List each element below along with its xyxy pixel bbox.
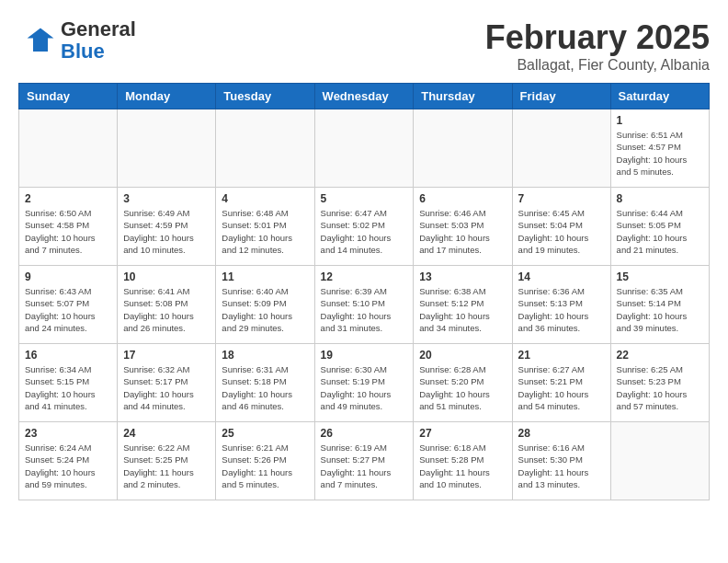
calendar-cell — [314, 109, 414, 188]
calendar-cell: 24Sunrise: 6:22 AM Sunset: 5:25 PM Dayli… — [118, 422, 216, 500]
logo-blue: Blue — [61, 40, 136, 63]
weekday-header-monday: Monday — [118, 84, 216, 109]
calendar-cell: 25Sunrise: 6:21 AM Sunset: 5:26 PM Dayli… — [216, 422, 314, 500]
day-info: Sunrise: 6:49 AM Sunset: 4:59 PM Dayligh… — [123, 207, 210, 256]
calendar-cell: 15Sunrise: 6:35 AM Sunset: 5:14 PM Dayli… — [610, 266, 709, 344]
day-info: Sunrise: 6:24 AM Sunset: 5:24 PM Dayligh… — [25, 442, 111, 490]
day-info: Sunrise: 6:25 AM Sunset: 5:23 PM Dayligh… — [617, 363, 703, 412]
week-row-4: 16Sunrise: 6:34 AM Sunset: 5:15 PM Dayli… — [19, 344, 710, 422]
day-info: Sunrise: 6:31 AM Sunset: 5:18 PM Dayligh… — [222, 363, 308, 412]
day-info: Sunrise: 6:51 AM Sunset: 4:57 PM Dayligh… — [617, 129, 703, 178]
day-number: 7 — [518, 192, 605, 205]
day-info: Sunrise: 6:36 AM Sunset: 5:13 PM Dayligh… — [518, 285, 605, 334]
calendar-cell: 11Sunrise: 6:40 AM Sunset: 5:09 PM Dayli… — [216, 266, 314, 344]
day-info: Sunrise: 6:41 AM Sunset: 5:08 PM Dayligh… — [123, 285, 210, 334]
weekday-header-row: SundayMondayTuesdayWednesdayThursdayFrid… — [19, 84, 710, 109]
day-info: Sunrise: 6:48 AM Sunset: 5:01 PM Dayligh… — [222, 207, 308, 256]
day-number: 18 — [222, 349, 308, 362]
svg-marker-0 — [28, 29, 54, 52]
day-number: 12 — [321, 270, 408, 283]
day-number: 5 — [321, 192, 408, 205]
day-number: 21 — [518, 349, 605, 362]
day-info: Sunrise: 6:38 AM Sunset: 5:12 PM Dayligh… — [419, 285, 506, 334]
calendar-cell: 17Sunrise: 6:32 AM Sunset: 5:17 PM Dayli… — [118, 344, 216, 422]
day-info: Sunrise: 6:32 AM Sunset: 5:17 PM Dayligh… — [123, 363, 210, 412]
calendar-cell: 14Sunrise: 6:36 AM Sunset: 5:13 PM Dayli… — [512, 266, 610, 344]
day-info: Sunrise: 6:45 AM Sunset: 5:04 PM Dayligh… — [518, 207, 605, 256]
day-number: 25 — [222, 427, 308, 440]
day-info: Sunrise: 6:46 AM Sunset: 5:03 PM Dayligh… — [419, 207, 506, 256]
day-number: 14 — [518, 270, 605, 283]
day-number: 9 — [25, 270, 111, 283]
calendar-title: February 2025 — [485, 18, 710, 57]
day-number: 20 — [419, 349, 506, 362]
day-number: 17 — [123, 349, 210, 362]
calendar-cell: 7Sunrise: 6:45 AM Sunset: 5:04 PM Daylig… — [512, 188, 610, 266]
day-number: 3 — [123, 192, 210, 205]
logo-text: General Blue — [61, 18, 136, 63]
day-number: 19 — [321, 349, 408, 362]
title-section: February 2025 Ballagat, Fier County, Alb… — [485, 18, 710, 74]
weekday-header-wednesday: Wednesday — [314, 84, 414, 109]
calendar-cell — [414, 109, 512, 188]
calendar-cell: 1Sunrise: 6:51 AM Sunset: 4:57 PM Daylig… — [610, 109, 709, 188]
day-number: 27 — [419, 427, 506, 440]
weekday-header-sunday: Sunday — [19, 84, 118, 109]
logo-general: General — [61, 18, 136, 40]
day-number: 8 — [617, 192, 703, 205]
day-number: 13 — [419, 270, 506, 283]
calendar-cell: 27Sunrise: 6:18 AM Sunset: 5:28 PM Dayli… — [414, 422, 512, 500]
calendar-cell: 20Sunrise: 6:28 AM Sunset: 5:20 PM Dayli… — [414, 344, 512, 422]
day-number: 24 — [123, 427, 210, 440]
calendar-cell — [118, 109, 216, 188]
day-info: Sunrise: 6:43 AM Sunset: 5:07 PM Dayligh… — [25, 285, 111, 334]
calendar-cell: 8Sunrise: 6:44 AM Sunset: 5:05 PM Daylig… — [610, 188, 709, 266]
calendar-cell: 6Sunrise: 6:46 AM Sunset: 5:03 PM Daylig… — [414, 188, 512, 266]
day-number: 23 — [25, 427, 111, 440]
day-number: 4 — [222, 192, 308, 205]
logo-icon — [18, 22, 55, 59]
calendar-cell: 9Sunrise: 6:43 AM Sunset: 5:07 PM Daylig… — [19, 266, 118, 344]
calendar-cell: 12Sunrise: 6:39 AM Sunset: 5:10 PM Dayli… — [314, 266, 414, 344]
calendar-cell — [19, 109, 118, 188]
day-info: Sunrise: 6:34 AM Sunset: 5:15 PM Dayligh… — [25, 363, 111, 412]
weekday-header-thursday: Thursday — [414, 84, 512, 109]
day-info: Sunrise: 6:28 AM Sunset: 5:20 PM Dayligh… — [419, 363, 506, 412]
calendar-subtitle: Ballagat, Fier County, Albania — [485, 57, 710, 74]
day-info: Sunrise: 6:21 AM Sunset: 5:26 PM Dayligh… — [222, 442, 308, 490]
calendar-cell: 21Sunrise: 6:27 AM Sunset: 5:21 PM Dayli… — [512, 344, 610, 422]
calendar-cell: 18Sunrise: 6:31 AM Sunset: 5:18 PM Dayli… — [216, 344, 314, 422]
day-info: Sunrise: 6:19 AM Sunset: 5:27 PM Dayligh… — [321, 442, 408, 490]
calendar-cell: 4Sunrise: 6:48 AM Sunset: 5:01 PM Daylig… — [216, 188, 314, 266]
day-number: 16 — [25, 349, 111, 362]
day-number: 1 — [617, 114, 703, 127]
day-number: 2 — [25, 192, 111, 205]
calendar-cell: 26Sunrise: 6:19 AM Sunset: 5:27 PM Dayli… — [314, 422, 414, 500]
day-info: Sunrise: 6:44 AM Sunset: 5:05 PM Dayligh… — [617, 207, 703, 256]
weekday-header-tuesday: Tuesday — [216, 84, 314, 109]
calendar-cell — [216, 109, 314, 188]
calendar-table: SundayMondayTuesdayWednesdayThursdayFrid… — [18, 83, 710, 500]
calendar-cell: 3Sunrise: 6:49 AM Sunset: 4:59 PM Daylig… — [118, 188, 216, 266]
calendar-cell: 10Sunrise: 6:41 AM Sunset: 5:08 PM Dayli… — [118, 266, 216, 344]
calendar-cell: 22Sunrise: 6:25 AM Sunset: 5:23 PM Dayli… — [610, 344, 709, 422]
day-number: 11 — [222, 270, 308, 283]
calendar-cell: 28Sunrise: 6:16 AM Sunset: 5:30 PM Dayli… — [512, 422, 610, 500]
weekday-header-saturday: Saturday — [610, 84, 709, 109]
day-info: Sunrise: 6:18 AM Sunset: 5:28 PM Dayligh… — [419, 442, 506, 490]
logo: General Blue — [18, 18, 136, 63]
weekday-header-friday: Friday — [512, 84, 610, 109]
day-info: Sunrise: 6:35 AM Sunset: 5:14 PM Dayligh… — [617, 285, 703, 334]
header: General Blue February 2025 Ballagat, Fie… — [18, 18, 710, 74]
day-number: 10 — [123, 270, 210, 283]
calendar-cell: 23Sunrise: 6:24 AM Sunset: 5:24 PM Dayli… — [19, 422, 118, 500]
day-info: Sunrise: 6:16 AM Sunset: 5:30 PM Dayligh… — [518, 442, 605, 490]
calendar-cell: 5Sunrise: 6:47 AM Sunset: 5:02 PM Daylig… — [314, 188, 414, 266]
day-info: Sunrise: 6:22 AM Sunset: 5:25 PM Dayligh… — [123, 442, 210, 490]
calendar-cell — [512, 109, 610, 188]
day-info: Sunrise: 6:39 AM Sunset: 5:10 PM Dayligh… — [321, 285, 408, 334]
day-number: 6 — [419, 192, 506, 205]
day-number: 22 — [617, 349, 703, 362]
day-info: Sunrise: 6:30 AM Sunset: 5:19 PM Dayligh… — [321, 363, 408, 412]
calendar-cell: 13Sunrise: 6:38 AM Sunset: 5:12 PM Dayli… — [414, 266, 512, 344]
